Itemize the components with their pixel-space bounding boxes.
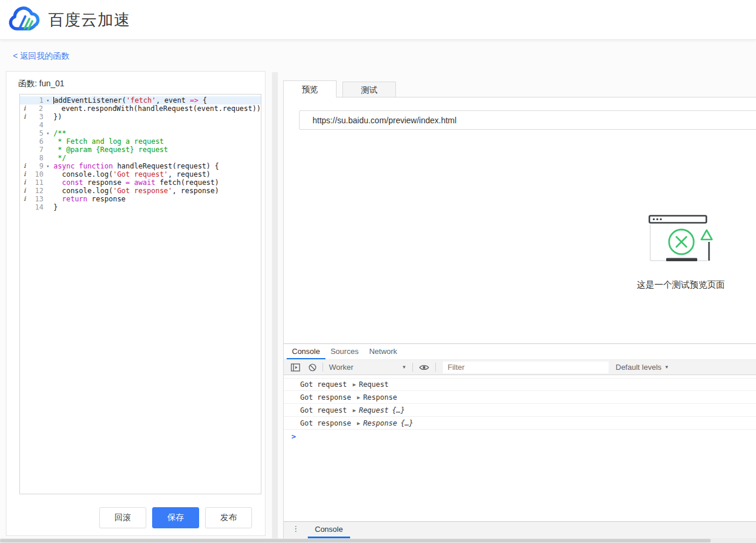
log-message: Got request (300, 406, 347, 414)
preview-tab-list: 预览测试 (283, 80, 756, 97)
chevron-down-icon: ▼ (664, 365, 669, 370)
log-message: Got response (300, 393, 351, 402)
console-log-row: Got request▶Request (284, 378, 756, 391)
log-object-name[interactable]: Request (359, 380, 389, 389)
breadcrumb-back-link[interactable]: < 返回我的函数 (13, 51, 69, 62)
code-editor[interactable]: 1▾addEventListener('fetch', event => {i2… (19, 94, 261, 494)
fold-toggle-icon[interactable]: ▾ (43, 129, 52, 137)
devtools-tab-sources[interactable]: Sources (325, 344, 364, 359)
vertical-scrollbar[interactable] (272, 72, 278, 538)
brand-title: 百度云加速 (48, 9, 130, 31)
save-button[interactable]: 保存 (152, 507, 199, 528)
gutter-spacer (20, 203, 29, 211)
code-line[interactable]: i3}) (20, 113, 261, 121)
line-number: 9 (29, 162, 43, 170)
lint-info-icon[interactable]: i (20, 170, 29, 178)
code-line[interactable]: 6 * Fetch and log a request (20, 137, 261, 146)
gutter-spacer (43, 178, 52, 187)
expand-object-icon[interactable]: ▶ (352, 382, 355, 387)
execution-context-select[interactable]: Worker ▼ (329, 363, 406, 372)
devtools-tab-console[interactable]: Console (287, 344, 325, 359)
code-line[interactable]: i10 console.log('Got request', request) (20, 170, 261, 178)
code-line[interactable]: 4 (20, 121, 261, 129)
lint-info-icon[interactable]: i (20, 178, 29, 187)
live-expression-eye-icon[interactable] (419, 364, 429, 371)
devtools-tab-network[interactable]: Network (364, 344, 402, 359)
code-content: */ (52, 154, 66, 162)
drawer-tab-console[interactable]: Console (308, 522, 350, 538)
code-line[interactable]: 14} (20, 203, 261, 211)
line-number: 13 (29, 195, 43, 203)
console-toolbar: Worker ▼ Default levels ▼ (284, 359, 756, 375)
code-content: async function handleRequest(request) { (52, 162, 219, 170)
devtools-tab-list: ConsoleSourcesNetwork (284, 344, 756, 359)
toolbar-separator (322, 363, 323, 372)
code-line[interactable]: 1▾addEventListener('fetch', event => { (20, 96, 261, 104)
more-options-icon[interactable]: ⋮ (292, 525, 300, 533)
gutter-spacer (43, 203, 52, 211)
log-object-name[interactable]: Response (363, 419, 397, 427)
code-line[interactable]: 8 */ (20, 154, 261, 162)
code-line[interactable]: i2 event.respondWith(handleRequest(event… (20, 104, 261, 113)
code-content: * @param {Request} request (52, 146, 168, 154)
log-levels-select[interactable]: Default levels ▼ (616, 363, 669, 372)
line-number: 2 (29, 104, 43, 113)
lint-info-icon[interactable]: i (20, 187, 29, 195)
gutter-spacer (43, 113, 52, 121)
fold-toggle-icon[interactable]: ▾ (43, 96, 52, 104)
preview-panel-tab-1[interactable]: 测试 (342, 82, 396, 97)
horizontal-scrollbar[interactable] (0, 538, 756, 543)
console-filter-input[interactable] (443, 362, 609, 373)
brand-logo-cloud-icon (8, 5, 42, 35)
lint-info-icon[interactable]: i (20, 104, 29, 113)
code-line[interactable]: i13 return response (20, 195, 261, 203)
horizontal-scrollbar-thumb[interactable] (0, 539, 711, 542)
gutter-spacer (43, 104, 52, 113)
code-line[interactable]: 5▾/** (20, 129, 261, 137)
prompt-chevron-icon: > (291, 432, 296, 441)
editor-actions: 回滚 保存 发布 (99, 507, 252, 528)
code-content: const response = await fetch(request) (52, 178, 219, 187)
console-output: Got request▶RequestGot response▶Response… (284, 375, 756, 521)
log-object-name[interactable]: Response (363, 393, 397, 402)
console-sidebar-toggle-icon[interactable] (291, 363, 300, 372)
publish-button[interactable]: 发布 (205, 507, 252, 528)
log-levels-label: Default levels (616, 363, 661, 372)
log-message: Got request (300, 380, 347, 389)
code-content: /** (52, 129, 66, 137)
expand-object-icon[interactable]: ▶ (357, 420, 360, 426)
lint-info-icon[interactable]: i (20, 113, 29, 121)
expand-object-icon[interactable]: ▶ (352, 407, 355, 413)
gutter-spacer (20, 154, 29, 162)
code-editor-lines: 1▾addEventListener('fetch', event => {i2… (20, 96, 261, 211)
preview-panel-tab-0[interactable]: 预览 (283, 80, 337, 97)
preview-placeholder: 这是一个测试预览页面 (649, 215, 713, 291)
chevron-down-icon: ▼ (402, 365, 406, 370)
lint-info-icon[interactable]: i (20, 195, 29, 203)
gutter-spacer (43, 146, 52, 154)
console-prompt[interactable]: > (284, 430, 756, 443)
line-number: 1 (29, 96, 43, 104)
code-line[interactable]: i9▾async function handleRequest(request)… (20, 162, 261, 170)
fold-toggle-icon[interactable]: ▾ (43, 162, 52, 170)
console-log-row: Got response▶Response{…} (284, 417, 756, 430)
toolbar-separator (412, 363, 413, 372)
line-number: 6 (29, 137, 43, 146)
lint-info-icon[interactable]: i (20, 162, 29, 170)
rollback-button[interactable]: 回滚 (99, 507, 146, 528)
code-content: addEventListener('fetch', event => { (52, 96, 207, 104)
clear-console-icon[interactable] (308, 363, 317, 372)
gutter-spacer (43, 195, 52, 203)
execution-context-label: Worker (329, 363, 354, 372)
log-object-name[interactable]: Request (359, 406, 389, 414)
code-line[interactable]: i12 console.log('Got response', response… (20, 187, 261, 195)
gutter-spacer (43, 187, 52, 195)
app-header: 百度云加速 (0, 0, 756, 40)
preview-url-input[interactable] (299, 110, 756, 130)
code-line[interactable]: 7 * @param {Request} request (20, 146, 261, 154)
log-message: Got response (300, 419, 351, 427)
expand-object-icon[interactable]: ▶ (357, 394, 360, 400)
preview-panel: 预览测试 这是一个测试预览页面 (283, 80, 756, 543)
gutter-spacer (20, 146, 29, 154)
code-line[interactable]: i11 const response = await fetch(request… (20, 178, 261, 187)
